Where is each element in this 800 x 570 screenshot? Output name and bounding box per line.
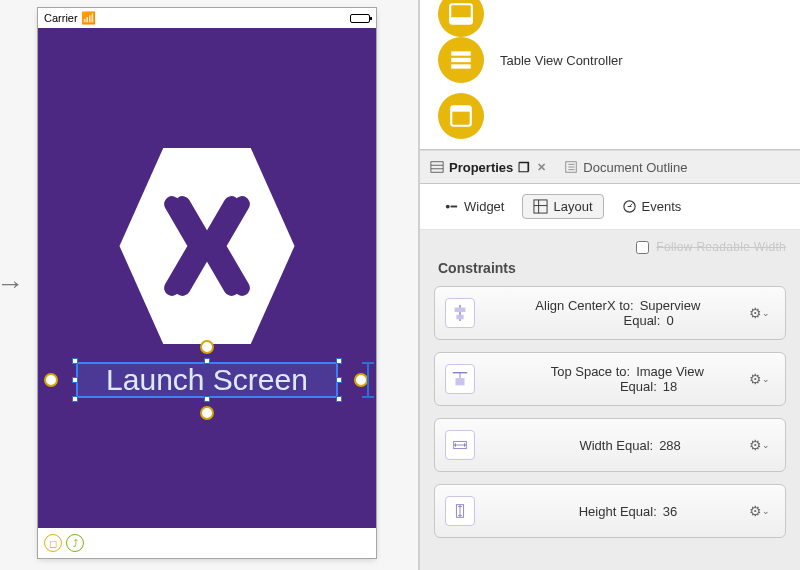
launch-label-selected[interactable]: Launch Screen [76, 362, 338, 398]
svg-rect-7 [451, 106, 471, 111]
constraint-handle[interactable] [200, 406, 214, 420]
svg-rect-26 [456, 378, 465, 385]
tab-widget[interactable]: Widget [434, 195, 514, 218]
gear-icon[interactable]: ⚙︎⌄ [749, 437, 775, 453]
resize-handle[interactable] [72, 396, 78, 402]
svg-rect-16 [451, 206, 458, 208]
svg-rect-4 [451, 58, 471, 62]
svg-rect-2 [450, 17, 472, 24]
right-column: Table View Controller Properties ❐ ✕ Doc… [420, 0, 800, 570]
resize-handle[interactable] [72, 377, 78, 383]
svg-rect-5 [451, 64, 471, 68]
readable-width-row: Follow Readable Width [434, 240, 786, 254]
status-bar: Carrier 📶 [38, 8, 376, 28]
resize-handle[interactable] [336, 396, 342, 402]
wifi-icon: 📶 [81, 11, 96, 25]
pad-restore-icon[interactable]: ❐ [518, 160, 530, 175]
tab-properties[interactable]: Properties ❐ ✕ [430, 160, 546, 175]
text-cursor-icon [362, 362, 374, 398]
resize-handle[interactable] [336, 358, 342, 364]
library-item[interactable] [438, 88, 782, 144]
constraint-row[interactable]: Top Space to:Image View Equal:18 ⚙︎⌄ [434, 352, 786, 406]
device-frame: Carrier 📶 Launch Screen [38, 8, 376, 558]
svg-rect-17 [534, 200, 547, 213]
table-view-controller-icon [438, 37, 484, 83]
tab-document-outline[interactable]: Document Outline [564, 160, 687, 175]
panel-tab-bar: Properties ❐ ✕ Document Outline [420, 150, 800, 184]
resize-handle[interactable] [72, 358, 78, 364]
xamarin-logo-image[interactable] [119, 148, 295, 344]
selection-outline [76, 362, 338, 398]
scene-dock: ◻ ⤴ [38, 528, 376, 558]
segue-arrow-icon: → [0, 268, 24, 300]
editor-root: → Carrier 📶 Launch Screen [0, 0, 800, 570]
view-controller-icon[interactable]: ◻ [44, 534, 62, 552]
width-icon [445, 430, 475, 460]
top-space-icon [445, 364, 475, 394]
resize-handle[interactable] [336, 377, 342, 383]
constraint-row[interactable]: Width Equal:288 ⚙︎⌄ [434, 418, 786, 472]
library-item-label: Table View Controller [500, 53, 623, 68]
constraint-handle[interactable] [200, 340, 214, 354]
resize-handle[interactable] [204, 358, 210, 364]
svg-rect-3 [451, 51, 471, 55]
launch-screen-view[interactable]: Launch Screen [38, 28, 376, 528]
tab-events[interactable]: Events [612, 195, 692, 218]
gear-icon[interactable]: ⚙︎⌄ [749, 305, 775, 321]
tab-layout[interactable]: Layout [522, 194, 603, 219]
battery-icon [350, 14, 370, 23]
readable-width-checkbox[interactable] [636, 241, 649, 254]
gear-icon[interactable]: ⚙︎⌄ [749, 503, 775, 519]
close-icon[interactable]: ✕ [537, 161, 546, 174]
gear-icon[interactable]: ⚙︎⌄ [749, 371, 775, 387]
constraints-header: Constraints [438, 260, 786, 276]
library-item[interactable]: Table View Controller [438, 32, 782, 88]
carrier-label: Carrier 📶 [44, 11, 96, 25]
svg-rect-8 [431, 162, 443, 173]
constraint-handle[interactable] [44, 373, 58, 387]
constraint-row[interactable]: Height Equal:36 ⚙︎⌄ [434, 484, 786, 538]
design-canvas[interactable]: → Carrier 📶 Launch Screen [0, 0, 420, 570]
exit-icon[interactable]: ⤴ [66, 534, 84, 552]
properties-body: Follow Readable Width Constraints Align … [420, 230, 800, 570]
svg-point-15 [446, 205, 450, 209]
library-item[interactable] [438, 0, 782, 32]
object-library[interactable]: Table View Controller [420, 0, 800, 150]
properties-mode-tabs: Widget Layout Events [420, 184, 800, 230]
align-centerx-icon [445, 298, 475, 328]
resize-handle[interactable] [204, 396, 210, 402]
svg-rect-22 [455, 308, 466, 313]
svg-rect-23 [456, 315, 463, 320]
constraint-row[interactable]: Align CenterX to:Superview Equal:0 ⚙︎⌄ [434, 286, 786, 340]
view-controller-icon [438, 93, 484, 139]
height-icon [445, 496, 475, 526]
